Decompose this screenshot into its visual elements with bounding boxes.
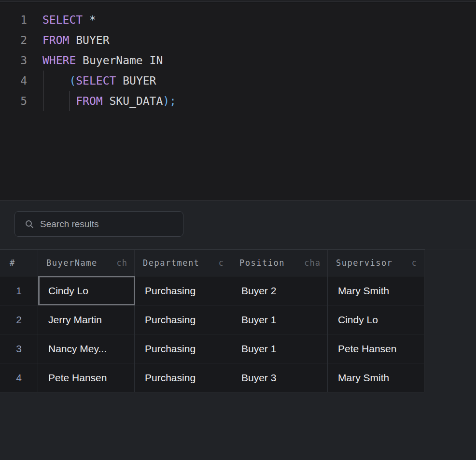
row-number-cell[interactable]: 2 [0,305,38,334]
table-cell-supervisor[interactable]: Cindy Lo [328,305,424,334]
table-cell-supervisor[interactable]: Mary Smith [328,363,424,392]
sql-editor[interactable]: 1 SELECT * 2 FROM BUYER 3 WHERE BuyerNam… [0,0,476,201]
column-header-label: Supervisor [336,258,392,268]
table-cell-department[interactable]: Purchasing [135,334,231,363]
column-header-department[interactable]: Department c [135,250,231,276]
code-line[interactable]: 5 FROM SKU_DATA); [0,91,476,111]
sql-keyword: FROM [76,95,102,107]
sql-plain: BUYER [69,34,109,46]
sql-indent [42,74,69,87]
table-cell-buyername[interactable]: Cindy Lo [38,276,135,305]
sql-keyword: SELECT [76,74,116,87]
code-text: (SELECT BUYER [27,74,156,87]
code-line[interactable]: 3 WHERE BuyerName IN [0,50,476,71]
column-header-rownum[interactable]: # [0,250,38,276]
table-cell-buyername[interactable]: Jerry Martin [38,305,135,334]
column-type-label: c [219,258,224,268]
code-text: FROM BUYER [27,34,109,46]
table-cell-position[interactable]: Buyer 1 [231,305,328,334]
table-cell-position[interactable]: Buyer 1 [231,334,328,363]
line-number: 5 [0,95,27,107]
code-area[interactable]: 1 SELECT * 2 FROM BUYER 3 WHERE BuyerNam… [0,10,476,111]
search-results-box[interactable] [14,211,183,237]
results-table: # BuyerName ch Department c Position cha… [0,249,425,392]
sql-bracket: ); [163,95,176,107]
indent-guide [43,71,43,111]
sql-indent [42,95,76,107]
row-number-cell[interactable]: 4 [0,363,38,392]
results-pane: # BuyerName ch Department c Position cha… [0,201,476,460]
table-cell-supervisor[interactable]: Pete Hansen [328,334,424,363]
column-header-buyername[interactable]: BuyerName ch [38,250,135,276]
code-text: FROM SKU_DATA); [27,95,176,107]
table-cell-buyername[interactable]: Nancy Mey... [38,334,135,363]
column-header-label: Position [239,258,285,268]
row-number-cell[interactable]: 3 [0,334,38,363]
search-icon [25,219,34,229]
line-number: 2 [0,34,27,46]
sql-plain: SKU_DATA [103,95,163,107]
table-cell-department[interactable]: Purchasing [135,363,231,392]
sql-keyword: FROM [42,34,69,46]
sql-plain: BuyerName IN [76,54,163,67]
sql-keyword: WHERE [42,54,76,67]
column-header-label: BuyerName [46,258,98,268]
code-text: WHERE BuyerName IN [27,54,163,67]
sql-plain: * [83,14,96,26]
search-input[interactable] [40,219,175,230]
table-cell-position[interactable]: Buyer 2 [231,276,328,305]
row-number-cell[interactable]: 1 [0,276,38,305]
table-cell-department[interactable]: Purchasing [135,305,231,334]
line-number: 3 [0,54,27,67]
column-header-label: # [10,258,15,268]
code-line[interactable]: 4 (SELECT BUYER [0,71,476,91]
column-header-position[interactable]: Position cha [231,250,328,276]
column-header-supervisor[interactable]: Supervisor c [328,250,424,276]
sql-plain: BUYER [116,74,156,87]
line-number: 1 [0,14,27,26]
column-type-label: cha [304,258,321,268]
table-cell-supervisor[interactable]: Mary Smith [328,276,424,305]
table-cell-position[interactable]: Buyer 3 [231,363,328,392]
column-type-label: c [412,258,417,268]
table-cell-department[interactable]: Purchasing [135,276,231,305]
line-number: 4 [0,74,27,87]
column-type-label: ch [117,258,127,268]
indent-guide [70,91,70,111]
table-cell-buyername[interactable]: Pete Hansen [38,363,135,392]
sql-keyword: SELECT [42,14,83,26]
code-line[interactable]: 1 SELECT * [0,10,476,30]
code-text: SELECT * [27,14,96,26]
code-line[interactable]: 2 FROM BUYER [0,30,476,50]
editor-top-strip [0,0,476,3]
column-header-label: Department [143,258,199,268]
sql-bracket: ( [69,74,76,87]
